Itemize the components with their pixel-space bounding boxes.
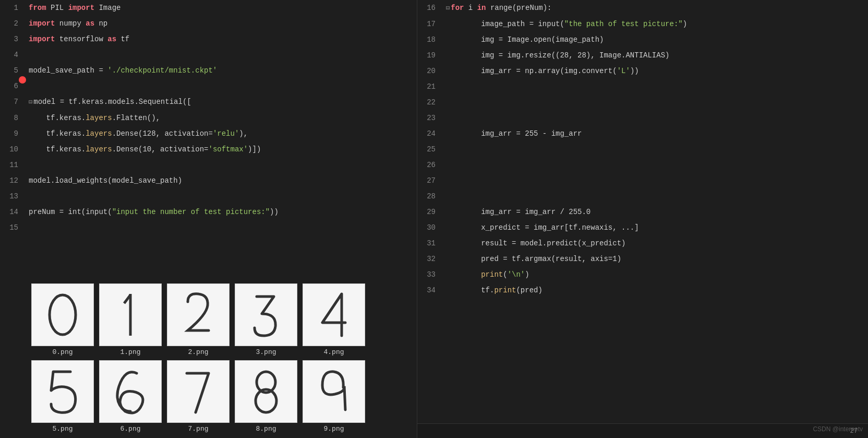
- digit-0-image: [31, 283, 94, 346]
- right-line-content-16: ⊟for i in range(preNum):: [443, 0, 868, 16]
- code-line-10: 10 tf.keras.layers.Dense(10, activation=…: [0, 141, 417, 157]
- right-code-line-17: 17 image_path = input("the path of test …: [417, 16, 868, 32]
- line-content-8: tf.keras.layers.Flatten(),: [26, 110, 417, 126]
- digit-6-image: [99, 360, 162, 423]
- digit-4-image: [303, 283, 365, 346]
- watermark: CSDN @internetv: [813, 425, 863, 433]
- digit-8-item: 8.png: [235, 360, 297, 433]
- line-num-12: 12: [0, 173, 26, 188]
- right-line-content-19: img = img.resize((28, 28), Image.ANTIALI…: [443, 48, 868, 63]
- line-content-12: model.load_weights(model_save_path): [26, 173, 417, 188]
- right-line-num-33: 33: [417, 267, 443, 282]
- digit-1-label: 1.png: [120, 348, 140, 356]
- code-line-2: 2 import numpy as np: [0, 16, 417, 31]
- code-line-8: 8 tf.keras.layers.Flatten(),: [0, 110, 417, 126]
- right-line-num-20: 20: [417, 63, 443, 79]
- right-line-content-29: img_arr = img_arr / 255.0: [443, 204, 868, 220]
- right-code-line-28: 28: [417, 188, 868, 204]
- digit-3-item: 3.png: [235, 283, 297, 356]
- digit-0-item: 0.png: [31, 283, 94, 356]
- line-num-2: 2: [0, 16, 26, 31]
- digit-3-image: [235, 283, 297, 346]
- code-line-11: 11: [0, 157, 417, 173]
- code-line-4: 4: [0, 47, 417, 63]
- code-line-13: 13: [0, 188, 417, 204]
- line-content-4: [26, 47, 417, 63]
- right-code-line-26: 26: [417, 157, 868, 173]
- code-line-14: 14 preNum = int(input("input the number …: [0, 204, 417, 220]
- right-code-line-32: 32 pred = tf.argmax(result, axis=1): [417, 251, 868, 267]
- line-num-14: 14: [0, 204, 26, 220]
- right-code-line-20: 20 img_arr = np.array(img.convert('L')): [417, 63, 868, 79]
- digit-5-label: 5.png: [52, 425, 73, 433]
- right-code-line-18: 18 img = Image.open(image_path): [417, 32, 868, 48]
- digit-6-item: 6.png: [99, 360, 162, 433]
- right-code-line-19: 19 img = img.resize((28, 28), Image.ANTI…: [417, 48, 868, 63]
- digit-9-label: 9.png: [323, 425, 344, 433]
- right-code-line-31: 31 result = model.predict(x_predict): [417, 235, 868, 251]
- right-code-line-23: 23: [417, 110, 868, 126]
- right-line-num-30: 30: [417, 220, 443, 235]
- code-line-5: 5 model_save_path = './checkpoint/mnist.…: [0, 63, 417, 78]
- right-panel: 16 ⊟for i in range(preNum): 17 image_pat…: [417, 0, 868, 438]
- right-line-content-24: img_arr = 255 - img_arr: [443, 126, 868, 141]
- code-line-6: 6: [0, 78, 417, 94]
- line-num-9: 9: [0, 126, 26, 141]
- digit-2-image: [167, 283, 230, 346]
- right-line-content-18: img = Image.open(image_path): [443, 32, 868, 48]
- line-num-4: 4: [0, 47, 26, 63]
- right-code-line-30: 30 x_predict = img_arr[tf.newaxis, ...]: [417, 220, 868, 235]
- digit-4-item: 4.png: [303, 283, 365, 356]
- right-line-num-26: 26: [417, 157, 443, 173]
- right-code-line-29: 29 img_arr = img_arr / 255.0: [417, 204, 868, 220]
- line-content-6: [26, 78, 417, 94]
- digit-9-image: [303, 360, 365, 423]
- right-code-line-27: 27: [417, 173, 868, 188]
- right-line-content-34: tf.print(pred): [443, 282, 868, 298]
- right-line-content-17: image_path = input("the path of test pic…: [443, 16, 868, 32]
- line-content-14: preNum = int(input("input the number of …: [26, 204, 417, 220]
- right-line-content-33: print('\n'): [443, 267, 868, 282]
- images-row-1: 0.png 1.png: [31, 283, 406, 356]
- right-line-content-31: result = model.predict(x_predict): [443, 235, 868, 251]
- right-code-line-34: 34 tf.print(pred): [417, 282, 868, 298]
- line-num-7: 7: [0, 94, 26, 110]
- right-line-num-27: 27: [417, 173, 443, 188]
- right-line-num-28: 28: [417, 188, 443, 204]
- line-content-1: from PIL import Image: [26, 0, 417, 16]
- bottom-bar: 27: [417, 423, 868, 438]
- right-code-line-16: 16 ⊟for i in range(preNum):: [417, 0, 868, 16]
- code-line-12: 12 model.load_weights(model_save_path): [0, 173, 417, 188]
- right-line-num-25: 25: [417, 141, 443, 157]
- right-code-area: 16 ⊟for i in range(preNum): 17 image_pat…: [417, 0, 868, 423]
- line-content-13: [26, 188, 417, 204]
- line-content-5: model_save_path = './checkpoint/mnist.ck…: [26, 63, 417, 78]
- line-content-3: import tensorflow as tf: [26, 31, 417, 47]
- digit-4-label: 4.png: [323, 348, 344, 356]
- line-content-11: [26, 157, 417, 173]
- line-num-13: 13: [0, 188, 26, 204]
- digit-8-label: 8.png: [256, 425, 276, 433]
- images-row-2: 5.png 6.png: [31, 360, 406, 433]
- line-num-10: 10: [0, 141, 26, 157]
- code-line-1: 1 from PIL import Image: [0, 0, 417, 16]
- digit-1-image: [99, 283, 162, 346]
- digit-7-image: [167, 360, 230, 423]
- right-line-num-31: 31: [417, 235, 443, 251]
- right-line-content-32: pred = tf.argmax(result, axis=1): [443, 251, 868, 267]
- breakpoint-dot[interactable]: [19, 76, 26, 84]
- line-content-9: tf.keras.layers.Dense(128, activation='r…: [26, 126, 417, 141]
- right-line-num-21: 21: [417, 79, 443, 94]
- right-line-num-23: 23: [417, 110, 443, 126]
- right-line-num-24: 24: [417, 126, 443, 141]
- line-num-1: 1: [0, 0, 26, 16]
- line-num-3: 3: [0, 31, 26, 47]
- code-line-9: 9 tf.keras.layers.Dense(128, activation=…: [0, 126, 417, 141]
- digit-7-label: 7.png: [188, 425, 208, 433]
- code-line-3: 3 import tensorflow as tf: [0, 31, 417, 47]
- left-panel: 1 from PIL import Image 2 import numpy a…: [0, 0, 417, 438]
- digit-0-label: 0.png: [52, 348, 73, 356]
- line-content-7: ⊟model = tf.keras.models.Sequential([: [26, 94, 417, 110]
- line-num-11: 11: [0, 157, 26, 173]
- right-line-num-34: 34: [417, 282, 443, 298]
